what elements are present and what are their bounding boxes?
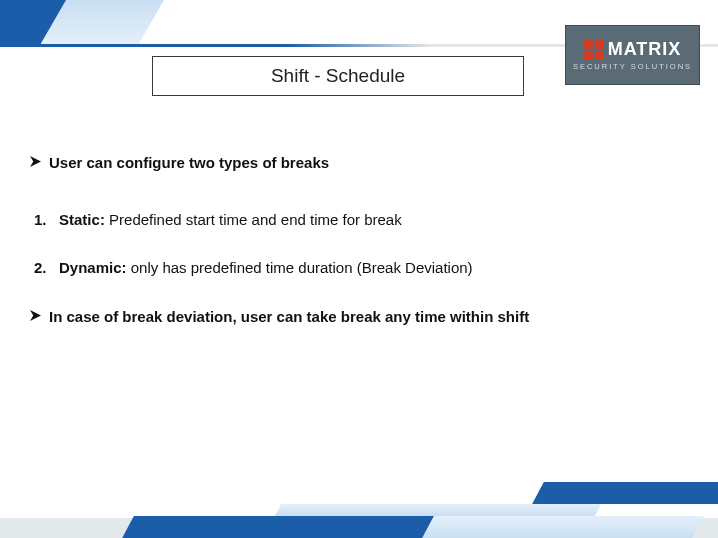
slide-title: Shift - Schedule — [152, 56, 524, 96]
numbered-rest: Predefined start time and end time for b… — [105, 211, 402, 228]
svg-marker-0 — [30, 156, 41, 167]
svg-marker-1 — [30, 310, 41, 321]
footer-strip-light — [275, 504, 601, 516]
slide-body: User can configure two types of breaks 1… — [30, 152, 688, 362]
footer-decoration — [0, 474, 718, 538]
footer-strip-dark — [532, 482, 718, 504]
numbered-lead: Dynamic: — [59, 259, 127, 276]
bullet-arrow-icon — [30, 156, 41, 167]
numbered-rest: only has predefined time duration (Break… — [127, 259, 473, 276]
brand-logo-text: MATRIX — [608, 39, 682, 60]
bullet-arrow-icon — [30, 310, 41, 321]
bullet-text: User can configure two types of breaks — [49, 152, 329, 175]
brand-logo: MATRIX SECURITY SOLUTIONS — [565, 25, 700, 85]
number-prefix: 2. — [34, 259, 47, 276]
numbered-lead: Static: — [59, 211, 105, 228]
brand-logo-icon — [584, 40, 604, 60]
number-prefix: 1. — [34, 211, 47, 228]
numbered-item-1: 1. Static: Predefined start time and end… — [34, 209, 688, 232]
numbered-item-2: 2. Dynamic: only has predefined time dur… — [34, 257, 688, 280]
bullet-text: In case of break deviation, user can tak… — [49, 306, 529, 329]
footer-strip-light — [392, 516, 704, 538]
brand-logo-main: MATRIX — [584, 39, 682, 60]
brand-logo-tagline: SECURITY SOLUTIONS — [573, 62, 692, 71]
footer-strip-dark — [122, 516, 434, 538]
bullet-item: In case of break deviation, user can tak… — [30, 306, 688, 329]
bullet-item: User can configure two types of breaks — [30, 152, 688, 175]
